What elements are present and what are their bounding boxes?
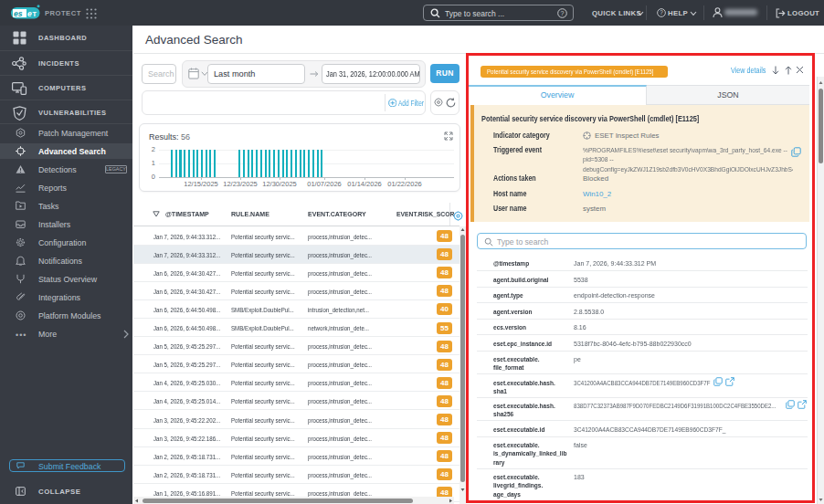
svg-text:e: e [27, 8, 32, 17]
svg-text:?: ? [561, 10, 565, 16]
svg-text:T: T [33, 9, 37, 17]
svg-text:es: es [14, 8, 23, 17]
svg-text:?: ? [660, 9, 663, 16]
